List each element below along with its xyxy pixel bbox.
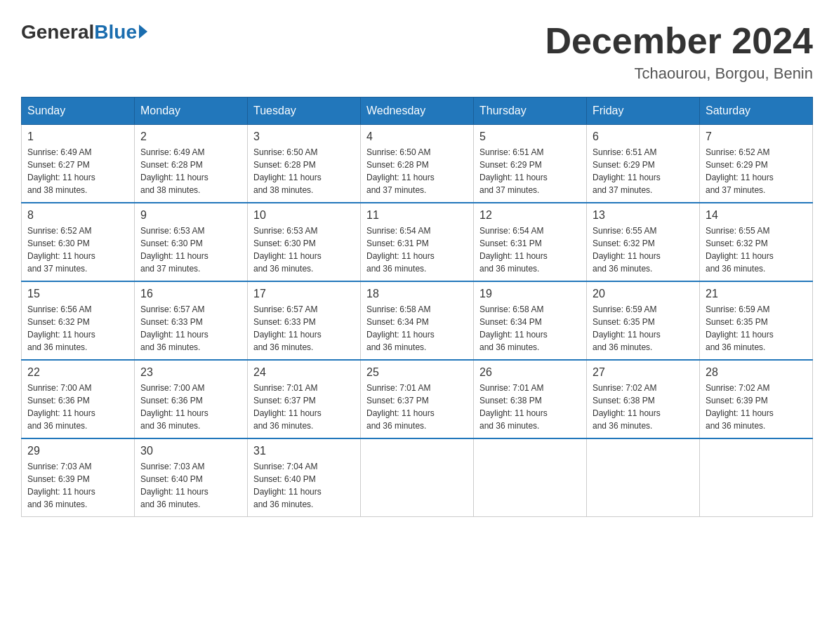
day-info: Sunrise: 6:51 AMSunset: 6:29 PMDaylight:… bbox=[593, 146, 694, 196]
title-section: December 2024 Tchaourou, Borgou, Benin bbox=[545, 21, 813, 83]
day-number: 8 bbox=[27, 209, 128, 222]
calendar-day-cell: 16Sunrise: 6:57 AMSunset: 6:33 PMDayligh… bbox=[135, 281, 248, 360]
day-info: Sunrise: 6:56 AMSunset: 6:32 PMDaylight:… bbox=[27, 303, 128, 354]
day-number: 10 bbox=[253, 209, 355, 222]
day-info: Sunrise: 7:01 AMSunset: 6:37 PMDaylight:… bbox=[253, 382, 355, 432]
day-number: 2 bbox=[140, 130, 241, 143]
day-info: Sunrise: 7:01 AMSunset: 6:38 PMDaylight:… bbox=[479, 382, 581, 432]
day-info: Sunrise: 6:57 AMSunset: 6:33 PMDaylight:… bbox=[140, 303, 241, 354]
calendar-day-cell: 30Sunrise: 7:03 AMSunset: 6:40 PMDayligh… bbox=[135, 438, 248, 517]
calendar-week-row: 15Sunrise: 6:56 AMSunset: 6:32 PMDayligh… bbox=[22, 281, 813, 360]
calendar-day-cell: 13Sunrise: 6:55 AMSunset: 6:32 PMDayligh… bbox=[587, 203, 700, 281]
day-info: Sunrise: 6:54 AMSunset: 6:31 PMDaylight:… bbox=[366, 224, 468, 275]
calendar-day-cell: 24Sunrise: 7:01 AMSunset: 6:37 PMDayligh… bbox=[248, 360, 361, 438]
logo-blue-text: Blue bbox=[94, 21, 137, 43]
day-number: 22 bbox=[27, 366, 128, 379]
logo-arrow-icon bbox=[139, 25, 147, 39]
weekday-header-thursday: Thursday bbox=[474, 98, 587, 125]
day-info: Sunrise: 6:52 AMSunset: 6:30 PMDaylight:… bbox=[27, 224, 128, 275]
calendar-table: SundayMondayTuesdayWednesdayThursdayFrid… bbox=[21, 97, 813, 517]
day-number: 28 bbox=[706, 366, 807, 379]
day-number: 29 bbox=[27, 445, 128, 457]
calendar-day-cell: 14Sunrise: 6:55 AMSunset: 6:32 PMDayligh… bbox=[700, 203, 813, 281]
calendar-day-cell: 7Sunrise: 6:52 AMSunset: 6:29 PMDaylight… bbox=[700, 125, 813, 203]
day-info: Sunrise: 7:01 AMSunset: 6:37 PMDaylight:… bbox=[366, 382, 468, 432]
weekday-header-monday: Monday bbox=[135, 98, 248, 125]
calendar-day-cell: 2Sunrise: 6:49 AMSunset: 6:28 PMDaylight… bbox=[135, 125, 248, 203]
day-number: 21 bbox=[706, 288, 807, 300]
day-number: 7 bbox=[706, 130, 807, 143]
calendar-day-cell: 3Sunrise: 6:50 AMSunset: 6:28 PMDaylight… bbox=[248, 125, 361, 203]
day-info: Sunrise: 6:51 AMSunset: 6:29 PMDaylight:… bbox=[479, 146, 581, 196]
calendar-day-cell: 26Sunrise: 7:01 AMSunset: 6:38 PMDayligh… bbox=[474, 360, 587, 438]
calendar-day-cell bbox=[587, 438, 700, 517]
calendar-day-cell: 31Sunrise: 7:04 AMSunset: 6:40 PMDayligh… bbox=[248, 438, 361, 517]
day-number: 25 bbox=[366, 366, 468, 379]
calendar-day-cell: 15Sunrise: 6:56 AMSunset: 6:32 PMDayligh… bbox=[22, 281, 135, 360]
location-subtitle: Tchaourou, Borgou, Benin bbox=[545, 65, 813, 83]
day-number: 4 bbox=[366, 130, 468, 143]
weekday-header-friday: Friday bbox=[587, 98, 700, 125]
day-info: Sunrise: 6:53 AMSunset: 6:30 PMDaylight:… bbox=[140, 224, 241, 275]
calendar-day-cell: 4Sunrise: 6:50 AMSunset: 6:28 PMDaylight… bbox=[361, 125, 474, 203]
calendar-day-cell: 22Sunrise: 7:00 AMSunset: 6:36 PMDayligh… bbox=[22, 360, 135, 438]
calendar-day-cell: 18Sunrise: 6:58 AMSunset: 6:34 PMDayligh… bbox=[361, 281, 474, 360]
day-info: Sunrise: 6:54 AMSunset: 6:31 PMDaylight:… bbox=[479, 224, 581, 275]
day-info: Sunrise: 6:53 AMSunset: 6:30 PMDaylight:… bbox=[253, 224, 355, 275]
calendar-week-row: 29Sunrise: 7:03 AMSunset: 6:39 PMDayligh… bbox=[22, 438, 813, 517]
weekday-header-sunday: Sunday bbox=[22, 98, 135, 125]
calendar-day-cell: 9Sunrise: 6:53 AMSunset: 6:30 PMDaylight… bbox=[135, 203, 248, 281]
calendar-day-cell bbox=[361, 438, 474, 517]
day-number: 19 bbox=[479, 288, 581, 300]
day-number: 1 bbox=[27, 130, 128, 143]
day-info: Sunrise: 6:50 AMSunset: 6:28 PMDaylight:… bbox=[366, 146, 468, 196]
logo-general-text: General bbox=[21, 21, 94, 43]
calendar-day-cell: 10Sunrise: 6:53 AMSunset: 6:30 PMDayligh… bbox=[248, 203, 361, 281]
day-info: Sunrise: 6:49 AMSunset: 6:28 PMDaylight:… bbox=[140, 146, 241, 196]
calendar-week-row: 22Sunrise: 7:00 AMSunset: 6:36 PMDayligh… bbox=[22, 360, 813, 438]
day-info: Sunrise: 6:52 AMSunset: 6:29 PMDaylight:… bbox=[706, 146, 807, 196]
day-number: 24 bbox=[253, 366, 355, 379]
day-number: 27 bbox=[593, 366, 694, 379]
day-info: Sunrise: 7:02 AMSunset: 6:39 PMDaylight:… bbox=[706, 382, 807, 432]
day-number: 14 bbox=[706, 209, 807, 222]
calendar-day-cell: 8Sunrise: 6:52 AMSunset: 6:30 PMDaylight… bbox=[22, 203, 135, 281]
day-info: Sunrise: 7:04 AMSunset: 6:40 PMDaylight:… bbox=[253, 460, 355, 511]
day-number: 18 bbox=[366, 288, 468, 300]
calendar-day-cell: 19Sunrise: 6:58 AMSunset: 6:34 PMDayligh… bbox=[474, 281, 587, 360]
calendar-day-cell: 21Sunrise: 6:59 AMSunset: 6:35 PMDayligh… bbox=[700, 281, 813, 360]
day-info: Sunrise: 6:58 AMSunset: 6:34 PMDaylight:… bbox=[366, 303, 468, 354]
calendar-day-cell bbox=[700, 438, 813, 517]
page-header: General Blue December 2024 Tchaourou, Bo… bbox=[21, 21, 813, 83]
weekday-header-saturday: Saturday bbox=[700, 98, 813, 125]
day-number: 15 bbox=[27, 288, 128, 300]
day-number: 26 bbox=[479, 366, 581, 379]
calendar-day-cell: 25Sunrise: 7:01 AMSunset: 6:37 PMDayligh… bbox=[361, 360, 474, 438]
calendar-day-cell: 17Sunrise: 6:57 AMSunset: 6:33 PMDayligh… bbox=[248, 281, 361, 360]
calendar-day-cell: 20Sunrise: 6:59 AMSunset: 6:35 PMDayligh… bbox=[587, 281, 700, 360]
day-info: Sunrise: 7:03 AMSunset: 6:39 PMDaylight:… bbox=[27, 460, 128, 511]
logo: General Blue bbox=[21, 21, 147, 43]
day-number: 17 bbox=[253, 288, 355, 300]
day-info: Sunrise: 6:57 AMSunset: 6:33 PMDaylight:… bbox=[253, 303, 355, 354]
calendar-day-cell: 6Sunrise: 6:51 AMSunset: 6:29 PMDaylight… bbox=[587, 125, 700, 203]
month-title: December 2024 bbox=[545, 21, 813, 61]
weekday-header-wednesday: Wednesday bbox=[361, 98, 474, 125]
calendar-day-cell: 1Sunrise: 6:49 AMSunset: 6:27 PMDaylight… bbox=[22, 125, 135, 203]
day-info: Sunrise: 6:58 AMSunset: 6:34 PMDaylight:… bbox=[479, 303, 581, 354]
day-number: 13 bbox=[593, 209, 694, 222]
calendar-day-cell: 27Sunrise: 7:02 AMSunset: 6:38 PMDayligh… bbox=[587, 360, 700, 438]
day-info: Sunrise: 7:00 AMSunset: 6:36 PMDaylight:… bbox=[140, 382, 241, 432]
calendar-day-cell: 11Sunrise: 6:54 AMSunset: 6:31 PMDayligh… bbox=[361, 203, 474, 281]
calendar-week-row: 8Sunrise: 6:52 AMSunset: 6:30 PMDaylight… bbox=[22, 203, 813, 281]
day-number: 3 bbox=[253, 130, 355, 143]
calendar-day-cell: 23Sunrise: 7:00 AMSunset: 6:36 PMDayligh… bbox=[135, 360, 248, 438]
day-number: 5 bbox=[479, 130, 581, 143]
day-info: Sunrise: 7:00 AMSunset: 6:36 PMDaylight:… bbox=[27, 382, 128, 432]
day-number: 31 bbox=[253, 445, 355, 457]
day-info: Sunrise: 6:59 AMSunset: 6:35 PMDaylight:… bbox=[593, 303, 694, 354]
day-number: 12 bbox=[479, 209, 581, 222]
calendar-day-cell: 29Sunrise: 7:03 AMSunset: 6:39 PMDayligh… bbox=[22, 438, 135, 517]
weekday-header-tuesday: Tuesday bbox=[248, 98, 361, 125]
calendar-day-cell: 28Sunrise: 7:02 AMSunset: 6:39 PMDayligh… bbox=[700, 360, 813, 438]
